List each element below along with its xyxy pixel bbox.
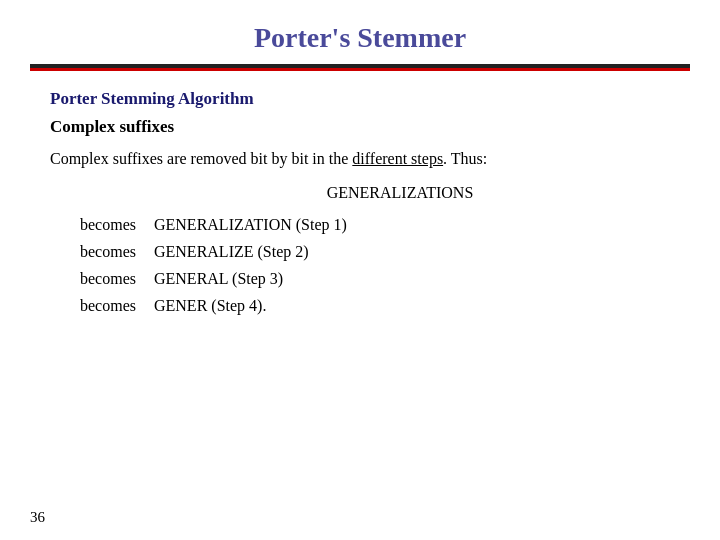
page-number: 36 xyxy=(30,509,45,526)
steps-table: becomesGENERALIZATION (Step 1)becomesGEN… xyxy=(80,212,347,319)
subheading: Complex suffixes xyxy=(50,117,670,137)
description-link: different steps xyxy=(352,150,443,167)
becomes-cell: becomes xyxy=(80,212,154,239)
content-area: Porter Stemming Algorithm Complex suffix… xyxy=(0,71,720,329)
slide-title: Porter's Stemmer xyxy=(254,22,466,53)
result-cell: GENERALIZATION (Step 1) xyxy=(154,212,347,239)
result-cell: GENERAL (Step 3) xyxy=(154,266,347,293)
table-row: becomesGENERAL (Step 3) xyxy=(80,266,347,293)
description: Complex suffixes are removed bit by bit … xyxy=(50,147,670,170)
description-text-before: Complex suffixes are removed bit by bit … xyxy=(50,150,352,167)
table-row: becomesGENERALIZE (Step 2) xyxy=(80,239,347,266)
generalizations-label: GENERALIZATIONS xyxy=(130,184,670,202)
becomes-cell: becomes xyxy=(80,266,154,293)
slide-container: Porter's Stemmer Porter Stemming Algorit… xyxy=(0,0,720,540)
result-cell: GENER (Step 4). xyxy=(154,293,347,320)
table-row: becomesGENER (Step 4). xyxy=(80,293,347,320)
becomes-cell: becomes xyxy=(80,239,154,266)
section-heading: Porter Stemming Algorithm xyxy=(50,89,670,109)
table-row: becomesGENERALIZATION (Step 1) xyxy=(80,212,347,239)
becomes-cell: becomes xyxy=(80,293,154,320)
result-cell: GENERALIZE (Step 2) xyxy=(154,239,347,266)
title-bar: Porter's Stemmer xyxy=(0,0,720,64)
description-text-after: . Thus: xyxy=(443,150,487,167)
